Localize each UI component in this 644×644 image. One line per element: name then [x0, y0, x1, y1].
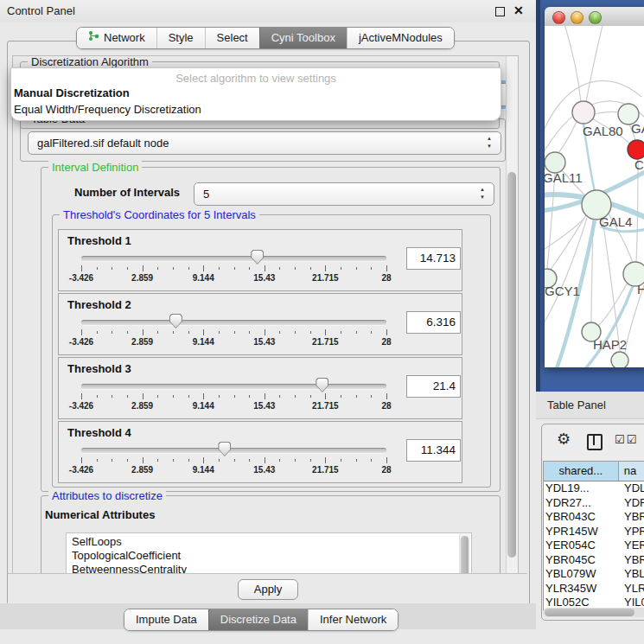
slider-track[interactable] — [81, 448, 386, 454]
slider-track[interactable] — [81, 384, 386, 390]
control-panel: Control Panel ✕ NetworkStyleSelectCyni T… — [0, 0, 536, 644]
table-cell-shared-name[interactable]: YDL19... — [544, 481, 622, 496]
tab-infer-network[interactable]: Infer Network — [308, 609, 398, 630]
network-node-c[interactable] — [628, 140, 644, 159]
attribute-list-item[interactable]: TopologicalCoefficient — [67, 549, 471, 563]
list-scrollbar-thumb[interactable] — [461, 536, 469, 575]
split-view-icon[interactable] — [587, 434, 603, 450]
float-window-icon[interactable] — [495, 7, 505, 16]
threshold-value-field[interactable]: 14.713 — [406, 247, 461, 270]
table-cell-name[interactable]: YBR0 — [622, 553, 644, 568]
attribute-list-item[interactable]: SelfLoops — [67, 535, 471, 549]
network-edge[interactable] — [557, 122, 577, 154]
table-cell-name[interactable]: YER0 — [622, 539, 644, 553]
threshold-slider[interactable]: -3.4262.8599.14415.4321.71528 — [81, 422, 386, 482]
tab-discretize-data[interactable]: Discretize Data — [208, 609, 308, 630]
tab-style[interactable]: Style — [156, 28, 205, 48]
table-row[interactable]: YDL19...YDL1 — [544, 481, 644, 496]
slider-thumb[interactable] — [251, 250, 264, 265]
tab-label: jActiveMNodules — [359, 28, 443, 48]
settings-scrollbar[interactable] — [506, 56, 518, 573]
tick-label: 28 — [381, 337, 391, 347]
network-edge[interactable] — [586, 26, 603, 102]
table-row[interactable]: YBR043CYBR0 — [544, 510, 644, 525]
network-edge[interactable] — [550, 215, 586, 271]
minor-tick — [341, 459, 341, 462]
settings-scrollbar-thumb[interactable] — [507, 172, 516, 558]
slider-track[interactable] — [81, 256, 386, 262]
minor-tick — [97, 267, 98, 270]
slider-thumb[interactable] — [218, 442, 231, 456]
table-row[interactable]: YBR045CYBR0 — [544, 553, 644, 568]
network-icon — [88, 28, 99, 48]
network-window-titlebar[interactable] — [545, 7, 644, 27]
table-cell-shared-name[interactable]: YBR045C — [544, 553, 622, 568]
table-cell-name[interactable]: YLR3 — [622, 582, 644, 596]
minimize-traffic-light-icon[interactable] — [571, 11, 583, 24]
network-node[interactable] — [611, 352, 628, 367]
tick-label: 28 — [381, 273, 391, 283]
slider-track[interactable] — [81, 320, 386, 326]
list-scrollbar[interactable] — [459, 534, 470, 575]
zoom-traffic-light-icon[interactable] — [589, 11, 602, 24]
threshold-value-field[interactable]: 6.316 — [406, 311, 461, 334]
table-cell-shared-name[interactable]: YBR043C — [544, 510, 622, 525]
table-cell-shared-name[interactable]: YDR27... — [544, 496, 622, 511]
gear-icon[interactable]: ⚙ — [557, 430, 571, 449]
numerical-attributes-list[interactable]: SelfLoopsTopologicalCoefficientBetweenne… — [66, 532, 472, 575]
panel-title: Control Panel — [7, 4, 75, 17]
column-header-name[interactable]: na — [619, 462, 644, 481]
table-cell-name[interactable]: YBL0 — [622, 567, 644, 582]
table-cell-name[interactable]: YDL1 — [622, 481, 644, 496]
network-edge[interactable] — [594, 112, 620, 114]
network-node-gal80[interactable] — [572, 101, 595, 124]
tab-select[interactable]: Select — [205, 28, 259, 48]
table-scrollbar-thumb[interactable] — [545, 609, 634, 616]
top-tab-bar: NetworkStyleSelectCyni ToolboxjActiveMNo… — [76, 27, 455, 49]
minor-tick — [356, 459, 357, 462]
tab-cyni-toolbox[interactable]: Cyni Toolbox — [259, 28, 347, 48]
table-cell-name[interactable]: YDR2 — [622, 496, 644, 511]
popup-option[interactable]: Equal Width/Frequency Discretization — [11, 101, 501, 118]
table-cell-name[interactable]: YBR0 — [622, 510, 644, 525]
slider-ticks — [81, 457, 386, 464]
threshold-slider[interactable]: -3.4262.8599.14415.4321.71528 — [81, 294, 386, 354]
table-cell-shared-name[interactable]: YER054C — [544, 539, 622, 553]
network-graph[interactable]: GAL80GACGAL11GAL4GCY1HHAP2 — [545, 26, 644, 367]
threshold-slider[interactable]: -3.4262.8599.14415.4321.71528 — [81, 358, 386, 418]
minor-tick — [234, 395, 235, 398]
close-icon[interactable]: ✕ — [513, 3, 524, 17]
slider-thumb[interactable] — [316, 378, 328, 392]
network-edge[interactable] — [564, 26, 581, 102]
tab-network[interactable]: Network — [77, 28, 156, 48]
threshold-value-field[interactable]: 11.344 — [406, 439, 461, 462]
table-cell-shared-name[interactable]: YBL079W — [544, 567, 622, 582]
tick-label: 9.144 — [193, 273, 214, 283]
num-intervals-combo[interactable]: 5 ▲▼ — [194, 182, 494, 206]
table-cell-shared-name[interactable]: YLR345W — [544, 582, 622, 596]
table-data-combo[interactable]: galFiltered.sif default node ▲▼ — [28, 131, 501, 155]
group-title: Threshold's Coordinates for 5 Intervals — [60, 208, 259, 221]
threshold-slider[interactable]: -3.4262.8599.14415.4321.71528 — [81, 230, 386, 290]
threshold-value-field[interactable]: 21.4 — [406, 375, 461, 398]
close-traffic-light-icon[interactable] — [552, 11, 565, 24]
tab-jactivemnodules[interactable]: jActiveMNodules — [347, 28, 454, 48]
table-horizontal-scrollbar[interactable] — [543, 608, 644, 617]
minor-tick — [157, 267, 158, 270]
popup-option[interactable]: Manual Discretization — [11, 85, 501, 101]
network-edge[interactable] — [547, 173, 555, 269]
table-row[interactable]: YLR345WYLR3 — [544, 582, 644, 596]
table-row[interactable]: YDR27...YDR2 — [544, 496, 644, 511]
table-cell-name[interactable]: YPR1 — [622, 525, 644, 539]
column-header-shared[interactable]: shared... — [544, 462, 619, 481]
table-cell-shared-name[interactable]: YPR145W — [544, 525, 622, 539]
table-row[interactable]: YER054CYER0 — [544, 539, 644, 553]
apply-button[interactable]: Apply — [238, 579, 298, 600]
table-row[interactable]: YBL079WYBL0 — [544, 567, 644, 582]
slider-thumb[interactable] — [169, 314, 182, 328]
tab-impute-data[interactable]: Impute Data — [124, 609, 208, 630]
checkbox-icons[interactable]: ☑☑ — [615, 433, 638, 446]
table-row[interactable]: YPR145WYPR1 — [544, 525, 644, 539]
popup-options: Manual DiscretizationEqual Width/Frequen… — [11, 85, 501, 118]
network-canvas[interactable]: GAL80GACGAL11GAL4GCY1HHAP2 — [545, 26, 644, 367]
